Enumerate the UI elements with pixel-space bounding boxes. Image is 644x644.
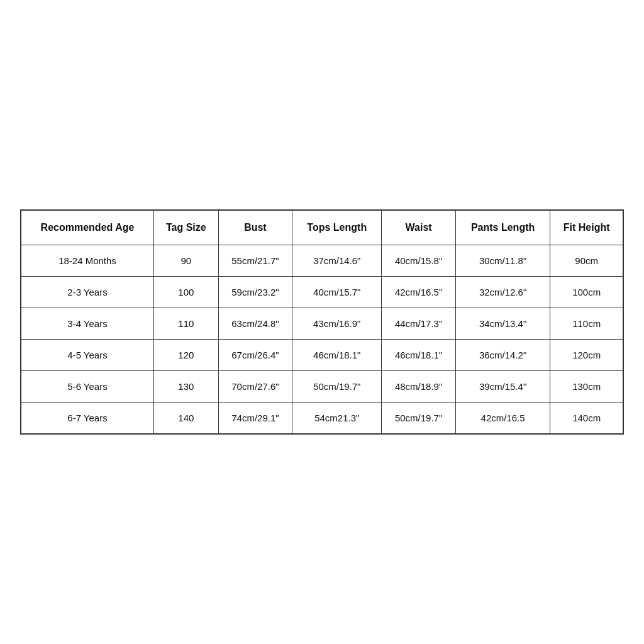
- table-row: 4-5 Years12067cm/26.4"46cm/18.1"46cm/18.…: [21, 340, 623, 371]
- table-row: 18-24 Months9055cm/21.7"37cm/14.6"40cm/1…: [21, 245, 623, 277]
- table-row: 6-7 Years14074cm/29.1"54cm21.3"50cm/19.7…: [21, 402, 623, 435]
- cell-waist: 46cm/18.1": [382, 340, 455, 371]
- size-chart-table: Recommended Age Tag Size Bust Tops Lengt…: [20, 209, 624, 435]
- header-bust: Bust: [218, 210, 292, 245]
- cell-bust: 55cm/21.7": [218, 245, 292, 277]
- cell-waist: 50cm/19.7": [382, 402, 455, 435]
- cell-age: 18-24 Months: [21, 245, 154, 277]
- cell-tag-size: 110: [154, 308, 219, 340]
- cell-bust: 63cm/24.8": [218, 308, 292, 340]
- cell-tops-length: 40cm/15.7": [292, 277, 382, 308]
- cell-fit-height: 110cm: [550, 308, 623, 340]
- cell-pants-length: 30cm/11.8": [455, 245, 550, 277]
- header-recommended-age: Recommended Age: [21, 210, 154, 245]
- cell-fit-height: 130cm: [550, 371, 623, 402]
- cell-tops-length: 50cm/19.7": [292, 371, 382, 402]
- table-row: 5-6 Years13070cm/27.6"50cm/19.7"48cm/18.…: [21, 371, 623, 402]
- cell-waist: 48cm/18.9": [382, 371, 455, 402]
- cell-pants-length: 39cm/15.4": [455, 371, 550, 402]
- cell-age: 3-4 Years: [21, 308, 154, 340]
- cell-waist: 44cm/17.3": [382, 308, 455, 340]
- cell-bust: 70cm/27.6": [218, 371, 292, 402]
- cell-bust: 74cm/29.1": [218, 402, 292, 435]
- header-fit-height: Fit Height: [550, 210, 623, 245]
- table-row: 3-4 Years11063cm/24.8"43cm/16.9"44cm/17.…: [21, 308, 623, 340]
- cell-age: 5-6 Years: [21, 371, 154, 402]
- cell-tag-size: 130: [154, 371, 219, 402]
- cell-tops-length: 43cm/16.9": [292, 308, 382, 340]
- cell-pants-length: 34cm/13.4": [455, 308, 550, 340]
- cell-waist: 40cm/15.8": [382, 245, 455, 277]
- cell-fit-height: 100cm: [550, 277, 623, 308]
- cell-tag-size: 140: [154, 402, 219, 435]
- cell-bust: 59cm/23.2": [218, 277, 292, 308]
- header-tops-length: Tops Length: [292, 210, 382, 245]
- cell-age: 4-5 Years: [21, 340, 154, 371]
- header-waist: Waist: [382, 210, 455, 245]
- cell-pants-length: 36cm/14.2": [455, 340, 550, 371]
- cell-tops-length: 54cm21.3": [292, 402, 382, 435]
- cell-fit-height: 90cm: [550, 245, 623, 277]
- cell-age: 2-3 Years: [21, 277, 154, 308]
- cell-tops-length: 46cm/18.1": [292, 340, 382, 371]
- cell-bust: 67cm/26.4": [218, 340, 292, 371]
- cell-age: 6-7 Years: [21, 402, 154, 435]
- table-row: 2-3 Years10059cm/23.2"40cm/15.7"42cm/16.…: [21, 277, 623, 308]
- cell-tops-length: 37cm/14.6": [292, 245, 382, 277]
- cell-tag-size: 120: [154, 340, 219, 371]
- cell-tag-size: 90: [154, 245, 219, 277]
- table-header-row: Recommended Age Tag Size Bust Tops Lengt…: [21, 210, 623, 245]
- header-pants-length: Pants Length: [455, 210, 550, 245]
- header-tag-size: Tag Size: [154, 210, 219, 245]
- cell-fit-height: 140cm: [550, 402, 623, 435]
- cell-pants-length: 32cm/12.6": [455, 277, 550, 308]
- cell-fit-height: 120cm: [550, 340, 623, 371]
- cell-pants-length: 42cm/16.5: [455, 402, 550, 435]
- cell-tag-size: 100: [154, 277, 219, 308]
- size-chart-wrapper: Recommended Age Tag Size Bust Tops Lengt…: [20, 209, 624, 435]
- cell-waist: 42cm/16.5": [382, 277, 455, 308]
